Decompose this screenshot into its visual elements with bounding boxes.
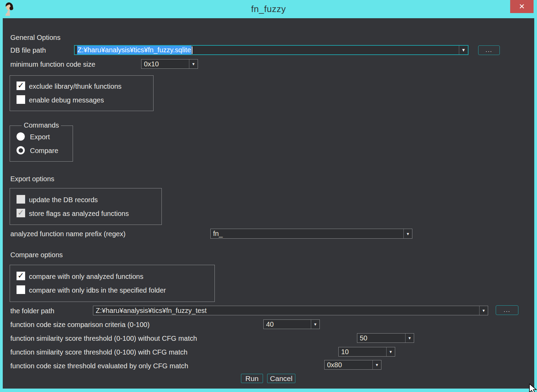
section-general-options: General Options xyxy=(10,33,61,42)
prefix-combo[interactable]: fn_ ▼ xyxy=(210,229,412,239)
sim-without-cfg-value: 50 xyxy=(357,334,405,342)
dropdown-arrow-icon[interactable]: ▼ xyxy=(372,360,381,369)
dropdown-arrow-icon[interactable]: ▼ xyxy=(386,347,395,356)
size-cfg-only-label: function code size threshold evaluated b… xyxy=(10,362,188,370)
checkbox-compare-analyzed-label[interactable]: compare with only analyzed functions xyxy=(29,272,143,281)
fn-fuzzy-dialog: { "window": { "title": "fn_fuzzy" }, "ic… xyxy=(0,0,537,392)
compare-checkbox-group xyxy=(10,265,215,302)
check-icon: ✓ xyxy=(18,272,24,280)
sim-without-cfg-combo[interactable]: 50 ▼ xyxy=(357,333,414,343)
checkbox-update-db-label: update the DB records xyxy=(29,196,98,204)
title-bar[interactable]: fn_fuzzy ✕ xyxy=(0,0,537,18)
checkbox-compare-idbs-label[interactable]: compare with only idbs in the specified … xyxy=(29,286,166,294)
sim-with-cfg-value: 10 xyxy=(339,347,386,356)
folder-path-label: the folder path xyxy=(10,307,54,315)
checkbox-exclude-library[interactable]: ✓ xyxy=(17,81,25,90)
section-compare-options: Compare options xyxy=(10,251,63,259)
sim-with-cfg-label: function similarity score threshold (0-1… xyxy=(10,348,188,356)
db-path-browse-button[interactable]: ... xyxy=(478,45,500,55)
dropdown-arrow-icon[interactable]: ▼ xyxy=(403,229,412,238)
checkbox-exclude-library-label[interactable]: exclude library/thunk functions xyxy=(29,82,122,90)
size-cfg-only-combo[interactable]: 0x80 ▼ xyxy=(324,360,381,370)
check-icon: ✓ xyxy=(18,209,24,217)
db-file-path-combo[interactable]: Z:¥haru¥analysis¥tics¥fn_fuzzy.sqlite ▼ xyxy=(74,45,468,55)
window-title: fn_fuzzy xyxy=(0,4,537,14)
folder-path-combo[interactable]: Z:¥haru¥analysis¥tics¥fn_fuzzy_test ▼ xyxy=(93,306,488,315)
radio-compare[interactable] xyxy=(17,146,25,154)
db-file-path-value[interactable]: Z:¥haru¥analysis¥tics¥fn_fuzzy.sqlite xyxy=(75,46,459,54)
checkbox-compare-idbs[interactable]: ✓ xyxy=(17,285,25,294)
criteria-label: function code size comparison criteria (… xyxy=(10,320,150,329)
dropdown-arrow-icon[interactable]: ▼ xyxy=(459,46,468,54)
radio-compare-label[interactable]: Compare xyxy=(30,146,58,155)
checkbox-store-flags: ✓ xyxy=(17,209,25,217)
close-button[interactable]: ✕ xyxy=(510,0,534,13)
radio-export[interactable] xyxy=(17,132,25,141)
criteria-value: 40 xyxy=(264,320,311,329)
prefix-label: analyzed function name prefix (regex) xyxy=(10,230,126,238)
checkbox-compare-analyzed[interactable]: ✓ xyxy=(17,272,25,280)
general-checkbox-group xyxy=(10,75,154,111)
checkbox-update-db: ✓ xyxy=(17,195,25,204)
close-icon: ✕ xyxy=(519,2,525,11)
commands-groupbox: Commands xyxy=(10,126,73,162)
folder-path-value: Z:¥haru¥analysis¥tics¥fn_fuzzy_test xyxy=(93,306,479,315)
size-cfg-only-value: 0x80 xyxy=(325,360,372,369)
min-code-size-combo[interactable]: 0x10 ▼ xyxy=(141,59,198,69)
checkbox-enable-debug[interactable]: ✓ xyxy=(17,95,25,104)
sim-without-cfg-label: function similarity score threshold (0-1… xyxy=(10,334,197,342)
checkbox-enable-debug-label[interactable]: enable debug messages xyxy=(29,96,104,104)
db-file-path-label: DB file path xyxy=(10,46,46,54)
folder-browse-button[interactable]: ... xyxy=(496,305,518,315)
sim-with-cfg-combo[interactable]: 10 ▼ xyxy=(338,347,395,357)
check-icon: ✓ xyxy=(18,81,24,89)
selected-text: Z:¥haru¥analysis¥tics¥fn_fuzzy.sqlite xyxy=(77,46,191,54)
radio-export-label[interactable]: Export xyxy=(30,133,50,141)
criteria-combo[interactable]: 40 ▼ xyxy=(263,319,320,329)
min-code-size-value: 0x10 xyxy=(141,59,189,68)
dropdown-arrow-icon[interactable]: ▼ xyxy=(189,59,198,68)
cancel-button[interactable]: Cancel xyxy=(267,374,295,383)
checkbox-store-flags-label: store flags as analyzed functions xyxy=(29,209,129,218)
commands-group-label: Commands xyxy=(22,121,61,129)
dropdown-arrow-icon[interactable]: ▼ xyxy=(405,334,414,342)
text-caret xyxy=(192,46,192,54)
min-code-size-label: minimum function code size xyxy=(10,60,95,68)
export-checkbox-group xyxy=(10,188,162,225)
radio-dot xyxy=(19,148,23,153)
section-export-options: Export options xyxy=(10,175,54,183)
run-button[interactable]: Run xyxy=(241,374,263,383)
mouse-cursor xyxy=(529,384,537,392)
dropdown-arrow-icon[interactable]: ▼ xyxy=(311,320,319,329)
prefix-value: fn_ xyxy=(211,229,403,238)
dropdown-arrow-icon[interactable]: ▼ xyxy=(479,306,488,315)
dialog-content: General Options DB file path Z:¥haru¥ana… xyxy=(3,18,534,389)
